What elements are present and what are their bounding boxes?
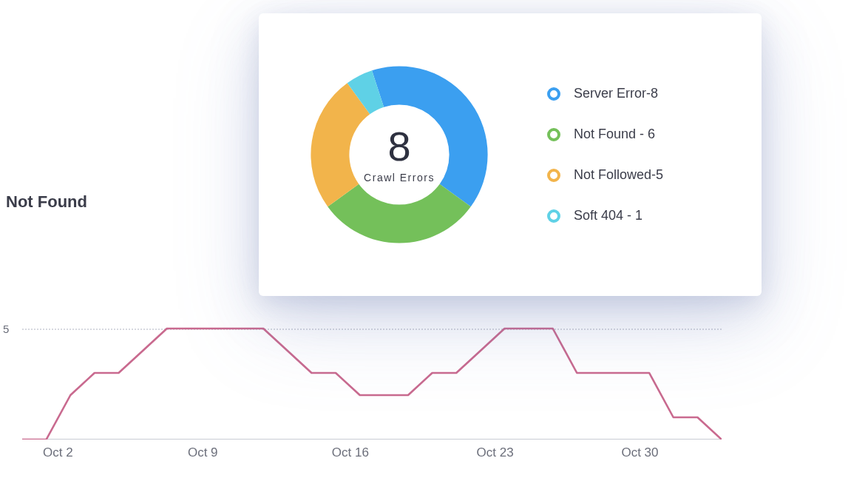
crawl-errors-card: 8 Crawl Errors Server Error-8 Not Found … [259, 13, 762, 296]
legend-ring-icon [547, 169, 560, 182]
legend-item: Soft 404 - 1 [547, 208, 663, 223]
legend-ring-icon [547, 209, 560, 223]
x-tick: Oct 23 [477, 445, 514, 460]
x-tick: Oct 2 [43, 445, 73, 460]
legend-ring-icon [547, 87, 560, 101]
legend-label: Server Error-8 [574, 86, 658, 101]
legend-item: Not Followed-5 [547, 167, 663, 183]
donut-center-value: 8 [364, 126, 435, 167]
x-tick: Oct 30 [621, 445, 658, 460]
donut-center-label: Crawl Errors [364, 172, 435, 184]
y-axis-tick: 5 [3, 323, 9, 335]
legend-item: Not Found - 6 [547, 127, 663, 142]
x-axis-ticks: Oct 2 Oct 9 Oct 16 Oct 23 Oct 30 [22, 445, 722, 463]
legend-item: Server Error-8 [547, 86, 663, 101]
legend-label: Soft 404 - 1 [574, 208, 642, 223]
legend-ring-icon [547, 128, 560, 141]
x-tick: Oct 16 [332, 445, 369, 460]
donut-center: 8 Crawl Errors [364, 126, 435, 184]
legend-label: Not Found - 6 [574, 127, 655, 142]
donut-chart: 8 Crawl Errors [303, 58, 495, 251]
legend-label: Not Followed-5 [574, 167, 663, 183]
donut-legend: Server Error-8 Not Found - 6 Not Followe… [547, 86, 663, 223]
x-tick: Oct 9 [188, 445, 218, 460]
